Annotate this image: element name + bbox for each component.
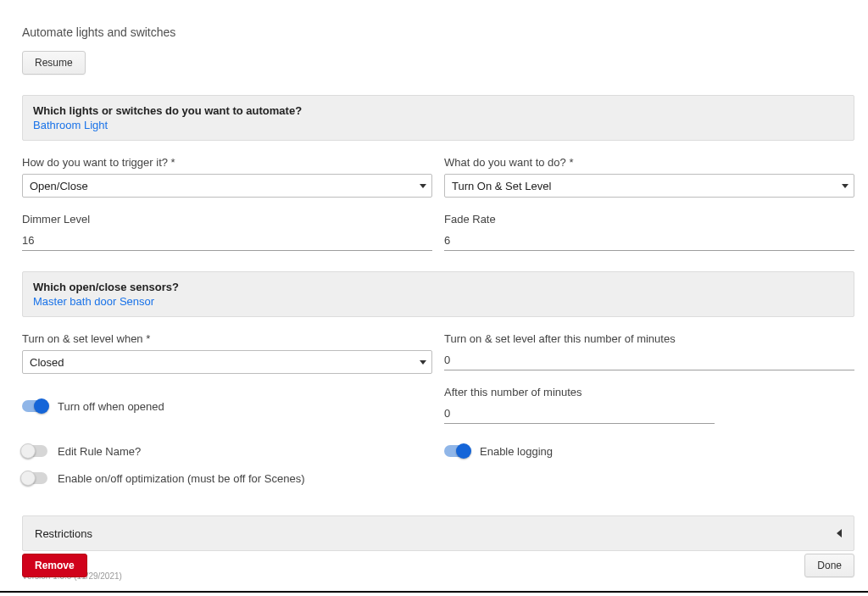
sensors-selection-panel: Which open/close sensors? Master bath do… [22,271,854,317]
trigger-label: How do you want to trigger it? * [22,156,432,169]
trigger-select[interactable]: Open/Close [22,174,432,198]
dimmer-label: Dimmer Level [22,213,432,226]
chevron-left-icon [837,529,842,538]
turnoff-opened-toggle[interactable] [22,400,47,412]
resume-button[interactable]: Resume [22,51,86,75]
enable-optimization-toggle[interactable] [22,472,47,484]
page-title: Automate lights and switches [22,25,854,39]
action-value: Turn On & Set Level [452,180,551,192]
fade-input[interactable] [444,231,854,251]
fade-label: Fade Rate [444,213,854,226]
when-label: Turn on & set level when * [22,332,432,345]
trigger-value: Open/Close [30,180,88,192]
remove-button[interactable]: Remove [22,554,87,577]
chevron-down-icon [842,184,849,188]
done-button[interactable]: Done [804,554,854,577]
chevron-down-icon [420,360,426,365]
turnoff-opened-label: Turn off when opened [58,400,164,413]
when-value: Closed [30,356,64,369]
after-minutes-label: After this number of minutes [444,386,854,398]
action-select[interactable]: Turn On & Set Level [444,174,854,198]
delay-label: Turn on & set level after this number of… [444,332,854,345]
edit-name-label: Edit Rule Name? [58,445,141,458]
when-select[interactable]: Closed [22,350,432,374]
sensors-question-label: Which open/close sensors? [33,281,843,293]
restrictions-panel[interactable]: Restrictions [22,515,854,551]
dimmer-input[interactable] [22,231,432,251]
after-minutes-input[interactable] [444,404,715,424]
restrictions-label: Restrictions [35,527,92,540]
enable-optimization-label: Enable on/off optimization (must be off … [58,472,304,485]
delay-input[interactable] [444,350,854,370]
action-label: What do you want to do? * [444,156,854,169]
edit-name-toggle[interactable] [22,445,47,457]
window-border [0,591,868,593]
enable-logging-label: Enable logging [480,445,553,458]
lights-selected-link[interactable]: Bathroom Light [33,119,843,131]
lights-selection-panel: Which lights or switches do you want to … [22,95,854,141]
lights-question-label: Which lights or switches do you want to … [33,104,843,117]
enable-logging-toggle[interactable] [444,445,470,457]
chevron-down-icon [420,184,426,188]
sensors-selected-link[interactable]: Master bath door Sensor [33,295,843,308]
